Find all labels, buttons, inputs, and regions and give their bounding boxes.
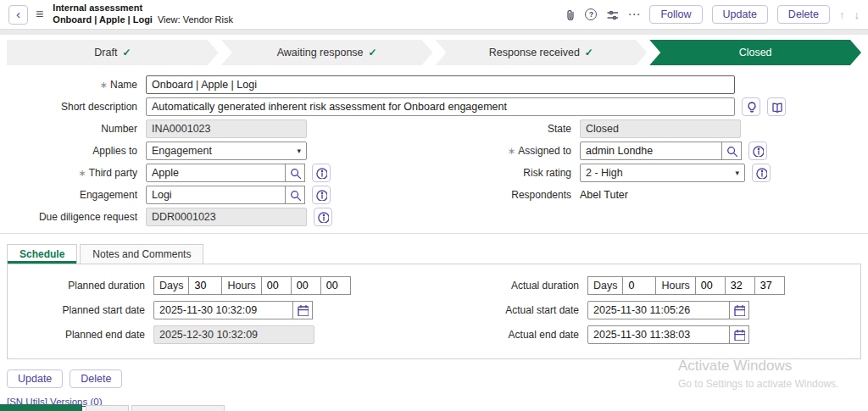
engagement-lookup-button[interactable] xyxy=(285,186,305,204)
applies-to-select[interactable]: Engagement ▾ xyxy=(146,142,307,160)
actual-start-calendar-button[interactable] xyxy=(729,301,749,319)
planned-start-date-input[interactable] xyxy=(153,301,293,319)
number-state-row: Number State xyxy=(0,119,868,138)
info-icon xyxy=(315,167,327,179)
actual-start-date-label: Actual start date xyxy=(350,304,587,316)
short-description-input[interactable] xyxy=(146,97,735,116)
check-icon: ✓ xyxy=(122,47,131,58)
state-input xyxy=(580,119,741,138)
help-button[interactable]: ? xyxy=(585,8,597,20)
stage-draft[interactable]: Draft ✓ xyxy=(7,40,219,65)
planned-duration-minutes-input[interactable] xyxy=(291,276,321,295)
info-icon xyxy=(317,211,329,223)
planned-duration-seconds-input[interactable] xyxy=(320,276,351,295)
hours-addon: Hours xyxy=(655,276,695,295)
planned-end-date-label: Planned end date xyxy=(8,329,153,341)
state-label: State xyxy=(342,123,580,135)
record-name: Onboard | Apple | Logi xyxy=(53,14,153,25)
schedule-panel: Planned duration Days Hours Actual durat… xyxy=(7,264,861,359)
actual-duration-seconds-input[interactable] xyxy=(754,276,785,295)
attachments-button[interactable] xyxy=(564,8,576,20)
arrow-down-icon: ↓ xyxy=(854,8,860,21)
assigned-to-lookup-button[interactable] xyxy=(721,142,742,160)
next-record-button[interactable]: ↓ xyxy=(854,8,860,21)
engagement-input[interactable] xyxy=(146,186,286,204)
stage-label: Response received xyxy=(489,47,580,58)
header-separator xyxy=(0,29,868,35)
actual-end-date-input[interactable] xyxy=(587,325,730,344)
related-list-active-tab-partial[interactable] xyxy=(0,404,82,411)
related-list-tab-partial[interactable] xyxy=(86,405,129,411)
respondents-label: Respondents xyxy=(342,189,580,201)
activate-windows-watermark: Activate Windows Go to Settings to activ… xyxy=(678,358,838,390)
stage-closed[interactable]: Closed xyxy=(649,40,861,65)
actual-duration-minutes-input[interactable] xyxy=(725,276,755,295)
risk-rating-info-button[interactable] xyxy=(752,164,771,182)
stage-label: Draft xyxy=(94,47,117,58)
required-icon: ∗ xyxy=(78,168,86,178)
chevron-down-icon: ▾ xyxy=(735,169,739,177)
related-list-tab-partial[interactable] xyxy=(131,405,225,411)
delete-button-footer[interactable]: Delete xyxy=(70,369,122,388)
stage-awaiting-response[interactable]: Awaiting response ✓ xyxy=(221,40,433,65)
calendar-icon xyxy=(733,304,745,316)
calendar-icon xyxy=(297,304,309,316)
required-icon: ∗ xyxy=(508,146,515,156)
lightbulb-icon xyxy=(745,101,757,113)
planned-start-date-label: Planned start date xyxy=(8,304,153,316)
hours-addon: Hours xyxy=(221,276,261,295)
planned-duration-days-input[interactable] xyxy=(188,276,222,295)
actual-start-date-input[interactable] xyxy=(587,301,730,319)
check-icon: ✓ xyxy=(369,47,377,58)
search-icon xyxy=(289,167,301,179)
name-input[interactable] xyxy=(146,75,735,94)
check-icon: ✓ xyxy=(585,47,593,58)
book-icon xyxy=(771,101,782,113)
follow-button[interactable]: Follow xyxy=(649,5,702,24)
planned-start-calendar-button[interactable] xyxy=(292,301,313,319)
third-party-info-button[interactable] xyxy=(312,164,331,182)
planned-duration-label: Planned duration xyxy=(8,280,153,292)
third-party-lookup-button[interactable] xyxy=(285,164,305,182)
risk-rating-select[interactable]: 2 - High ▾ xyxy=(580,164,745,182)
planned-duration-hours-input[interactable] xyxy=(261,276,292,295)
more-options-button[interactable]: ⋯ xyxy=(627,7,640,22)
stage-label: Closed xyxy=(739,47,772,58)
tab-notes-and-comments[interactable]: Notes and Comments xyxy=(80,244,203,264)
search-icon xyxy=(726,145,737,157)
previous-record-button[interactable]: ↑ xyxy=(839,8,845,21)
assigned-to-label: ∗Assigned to xyxy=(342,145,580,157)
record-subtitle: Onboard | Apple | LogiView: Vendor Risk xyxy=(53,14,233,26)
delete-button-header[interactable]: Delete xyxy=(777,5,830,24)
stage-response-received[interactable]: Response received ✓ xyxy=(436,40,648,65)
engagement-label: Engagement xyxy=(0,189,146,201)
name-label: ∗Name xyxy=(0,79,146,91)
tab-schedule[interactable]: Schedule xyxy=(7,244,77,264)
back-button[interactable]: ‹ xyxy=(8,5,28,25)
more-options-icon: ⋯ xyxy=(627,7,640,22)
name-row: ∗Name xyxy=(0,75,868,94)
actual-duration-days-input[interactable] xyxy=(622,276,656,295)
actual-end-calendar-button[interactable] xyxy=(729,325,749,344)
assigned-to-info-button[interactable] xyxy=(748,142,767,160)
planned-duration-control: Days Hours xyxy=(153,276,351,295)
knowledge-button[interactable] xyxy=(767,97,786,116)
third-party-input[interactable] xyxy=(146,164,286,182)
planned-end-date-input xyxy=(153,325,314,344)
applies-to-label: Applies to xyxy=(0,145,146,157)
respondents-value: Abel Tuter xyxy=(580,189,628,201)
engagement-info-button[interactable] xyxy=(312,186,331,204)
personalize-form-button[interactable] xyxy=(606,8,618,20)
actual-duration-hours-input[interactable] xyxy=(695,276,726,295)
engagement-respondents-row: Engagement Respondents Abel Tuter xyxy=(0,186,868,204)
context-menu-icon[interactable]: ≡ xyxy=(36,7,43,22)
header-actions: ? ⋯ Follow Update Delete ↑ ↓ xyxy=(564,5,860,24)
due-diligence-info-button[interactable] xyxy=(314,208,332,226)
update-button-footer[interactable]: Update xyxy=(7,369,63,388)
search-icon xyxy=(289,189,301,201)
title-block: Internal assessment Onboard | Apple | Lo… xyxy=(53,3,233,26)
update-button-header[interactable]: Update xyxy=(712,5,768,24)
assigned-to-input[interactable] xyxy=(580,142,722,160)
suggestion-button[interactable] xyxy=(742,97,760,116)
stage-flow: Draft ✓ Awaiting response ✓ Response rec… xyxy=(7,40,861,65)
